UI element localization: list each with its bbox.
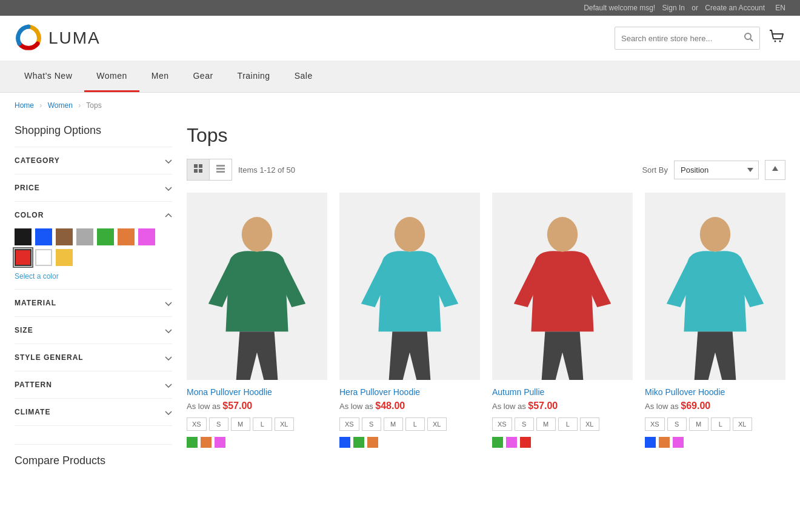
color-swatch-blue[interactable] [35,228,52,245]
search-button[interactable] [738,27,759,49]
filter-chevron-size [165,325,172,335]
color-swatch-yellow[interactable] [56,249,73,266]
nav-item-gear: Gear [181,61,225,92]
filter-header-style-general[interactable]: STYLE GENERAL [15,344,172,371]
product-color-dot[interactable] [367,437,378,448]
filter-header-color[interactable]: COLOR [15,202,172,228]
page-title: Tops [187,118,785,159]
product-color-dot[interactable] [673,437,684,448]
filter-header-price[interactable]: PRICE [15,175,172,201]
size-options: XSSMLXL [645,417,785,431]
svg-point-22 [550,219,575,247]
signin-link[interactable]: Sign In [662,4,685,12]
product-image[interactable] [339,193,480,380]
nav-link-women[interactable]: Women [84,61,139,92]
product-name[interactable]: Autumn Pullie [492,387,633,397]
size-btn-xl[interactable]: XL [580,417,599,431]
nav-link-sale[interactable]: Sale [282,61,325,92]
svg-point-1 [25,35,32,42]
svg-line-3 [750,39,753,41]
cart-icon[interactable] [768,28,785,48]
topbar: Default welcome msg! Sign In or Create a… [0,0,800,16]
grid-view-button[interactable] [187,159,210,180]
size-btn-xs[interactable]: XS [339,417,359,431]
filter-header-category[interactable]: CATEGORY [15,147,172,174]
filter-header-size[interactable]: SIZE [15,317,172,344]
size-btn-m[interactable]: M [231,417,250,431]
product-color-dot[interactable] [339,437,350,448]
product-color-dot[interactable] [520,437,531,448]
size-btn-xl[interactable]: XL [275,417,294,431]
nav-link-whats-new[interactable]: What's New [12,61,84,92]
product-image[interactable] [492,193,633,380]
color-swatch-orange[interactable] [118,228,135,245]
breadcrumb-home[interactable]: Home [15,101,34,110]
svg-rect-9 [199,169,202,173]
size-btn-xl[interactable]: XL [427,417,447,431]
nav-link-training[interactable]: Training [225,61,282,92]
filter-header-material[interactable]: MATERIAL [15,290,172,316]
product-color-options [645,437,785,448]
product-image[interactable] [187,193,327,380]
nav-item-training: Training [225,61,282,92]
svg-marker-13 [772,166,778,171]
welcome-msg: Default welcome msg! [584,4,655,12]
size-btn-xs[interactable]: XS [645,417,665,431]
filter-chevron-pattern [165,380,172,390]
product-image[interactable] [645,193,785,380]
product-color-dot[interactable] [659,437,670,448]
color-swatch-green[interactable] [97,228,114,245]
sort-direction-button[interactable] [765,160,785,180]
size-btn-xl[interactable]: XL [733,417,752,431]
sort-select[interactable]: Position Product Name Price [674,161,759,179]
size-btn-s[interactable]: S [667,417,687,431]
size-btn-l[interactable]: L [711,417,730,431]
color-swatch-brown[interactable] [56,228,73,245]
size-btn-s[interactable]: S [362,417,381,431]
product-name[interactable]: Mona Pullover Hoodlie [187,387,327,397]
size-btn-xs[interactable]: XS [187,417,207,431]
product-color-dot[interactable] [187,437,198,448]
size-btn-m[interactable]: M [384,417,403,431]
size-btn-s[interactable]: S [515,417,534,431]
search-input[interactable] [615,29,738,48]
product-name[interactable]: Miko Pullover Hoodie [645,387,785,397]
svg-point-25 [702,219,727,247]
product-color-dot[interactable] [492,437,503,448]
product-name[interactable]: Hera Pullover Hoodie [339,387,480,397]
product-color-dot[interactable] [215,437,225,448]
product-color-dot[interactable] [506,437,517,448]
size-btn-m[interactable]: M [689,417,708,431]
size-btn-m[interactable]: M [536,417,556,431]
logo[interactable]: LUMA [15,24,101,52]
size-btn-l[interactable]: L [558,417,578,431]
size-btn-l[interactable]: L [253,417,272,431]
language-switcher[interactable]: EN [775,4,785,12]
breadcrumb-women[interactable]: Women [48,101,73,110]
color-swatch-red[interactable] [15,249,32,266]
nav-item-women: Women [84,61,139,92]
color-select-hint: Select a color [15,272,172,281]
size-btn-xs[interactable]: XS [492,417,512,431]
create-account-link[interactable]: Create an Account [705,4,765,12]
filter-chevron-category [165,156,172,165]
filter-chevron-material [165,298,172,308]
toolbar-left: Items 1-12 of 50 [187,159,295,181]
filter-header-pattern[interactable]: PATTERN [15,371,172,398]
list-view-button[interactable] [210,159,232,180]
color-swatch-white[interactable] [35,249,52,266]
color-swatch-purple[interactable] [138,228,155,245]
filter-category: CATEGORY [15,147,172,175]
product-color-dot[interactable] [201,437,212,448]
size-btn-l[interactable]: L [405,417,425,431]
product-color-dot[interactable] [353,437,364,448]
size-btn-s[interactable]: S [209,417,228,431]
filter-header-climate[interactable]: CLIMATE [15,399,172,425]
product-color-dot[interactable] [645,437,656,448]
color-swatch-black[interactable] [15,228,32,245]
nav-link-gear[interactable]: Gear [181,61,225,92]
color-swatch-gray[interactable] [76,228,93,245]
header-right [615,27,785,50]
sidebar: Shopping Options CATEGORYPRICECOLORSelec… [15,118,172,467]
nav-link-men[interactable]: Men [139,61,181,92]
